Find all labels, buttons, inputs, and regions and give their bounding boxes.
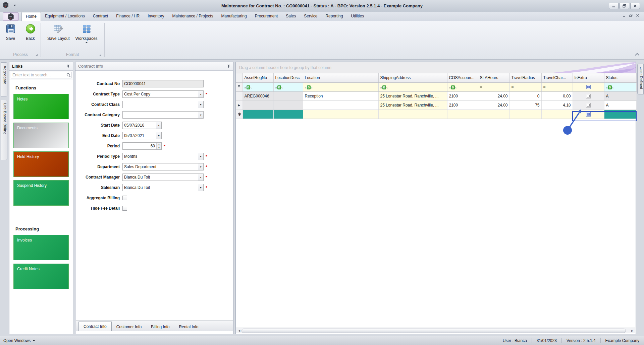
cell-isextra[interactable]: [573, 110, 604, 119]
cell-travelchar[interactable]: [541, 110, 573, 119]
ribbon-tab-manufacturing[interactable]: Manufacturing: [217, 12, 251, 21]
link-button-hold-history[interactable]: Hold History: [13, 151, 69, 177]
ribbon-tab-maintenance-projects[interactable]: Maintenance / Projects: [168, 12, 217, 21]
cell-shippingaddress[interactable]: 25 Lonestar Road, Ranchville, ...: [378, 91, 447, 100]
link-button-credit-notes[interactable]: Credit Notes: [13, 264, 69, 289]
cell-shippingaddress[interactable]: 25 Lonestar Road, Ranchville, ...: [378, 100, 447, 110]
column-header-cosaccoun[interactable]: COSAccoun...: [447, 73, 478, 82]
dialog-launcher-icon[interactable]: [99, 54, 101, 56]
form-tab-customer-info[interactable]: Customer Info: [112, 323, 146, 331]
ribbon-tab-procurement[interactable]: Procurement: [251, 12, 282, 21]
combo-arrow-icon[interactable]: ▼: [156, 122, 161, 129]
cell-location[interactable]: [303, 110, 378, 119]
text-filter-icon[interactable]: aBc: [380, 85, 388, 89]
cell-status[interactable]: A: [604, 91, 636, 100]
link-button-suspend-history[interactable]: Suspend History: [13, 180, 69, 206]
ribbon-tab-home[interactable]: Home: [21, 12, 41, 21]
cell-slahours[interactable]: 24.00: [478, 100, 509, 110]
combo-arrow-icon[interactable]: ▼: [198, 184, 203, 191]
text-filter-icon[interactable]: aBc: [245, 85, 252, 89]
ribbon-tab-service[interactable]: Service: [300, 12, 321, 21]
cell-cosaccoun[interactable]: 2100: [447, 91, 478, 100]
column-header-travelradius[interactable]: TravelRadius: [509, 73, 541, 82]
filter-cell-isextra[interactable]: [573, 82, 604, 91]
dock-tab-life-based-billing[interactable]: Life Based Billing: [1, 100, 7, 160]
filter-cell-locationdesc[interactable]: aBc: [273, 82, 303, 91]
field-end-date[interactable]: 05/07/2021▼: [122, 132, 162, 139]
equals-filter-icon[interactable]: =: [480, 85, 482, 89]
cell-locationdesc[interactable]: [273, 110, 303, 119]
column-header-status[interactable]: Status: [604, 73, 636, 82]
column-header-assetregno[interactable]: AssetRegNo: [243, 73, 273, 82]
column-header-shippingaddress[interactable]: ShippingAddress: [378, 73, 447, 82]
ribbon-tab-equipment-locations[interactable]: Equipment / Locations: [41, 12, 89, 21]
combo-arrow-icon[interactable]: ▼: [198, 112, 203, 118]
link-button-documents[interactable]: Documents: [13, 123, 69, 148]
save-layout-button[interactable]: Save Layout: [48, 23, 69, 41]
combo-arrow-icon[interactable]: ▼: [198, 174, 203, 181]
checkbox-hide-fee-detail[interactable]: [122, 206, 127, 211]
field-period-type[interactable]: Months▼: [122, 153, 204, 160]
workspaces-button[interactable]: Workspaces: [76, 23, 97, 43]
ribbon-tab-inventory[interactable]: Inventory: [144, 12, 168, 21]
collapse-ribbon-icon[interactable]: [635, 53, 639, 57]
field-start-date[interactable]: 05/07/2016▼: [122, 122, 162, 129]
cell-travelradius[interactable]: [509, 110, 541, 119]
field-contract-type[interactable]: Cost Per Copy▼: [122, 90, 204, 98]
form-tab-rental-info[interactable]: Rental Info: [174, 323, 203, 331]
spin-up-icon[interactable]: ▲: [157, 143, 161, 146]
checkbox-filter-icon[interactable]: [586, 85, 591, 89]
filter-cell-assetregno[interactable]: aBc: [243, 82, 273, 91]
cell-shippingaddress[interactable]: [378, 110, 447, 119]
scrollbar-thumb[interactable]: [241, 329, 626, 333]
filter-cell-status[interactable]: aBc: [604, 82, 636, 91]
field-contract-no[interactable]: CO0000041: [122, 80, 204, 87]
cell-slahours[interactable]: [478, 110, 509, 119]
spin-down-icon[interactable]: ▼: [157, 146, 161, 150]
spinner-icon[interactable]: ▲▼: [156, 143, 161, 149]
scroll-left-icon[interactable]: ◀: [237, 329, 241, 332]
text-filter-icon[interactable]: aBc: [449, 85, 457, 89]
text-filter-icon[interactable]: aBc: [305, 85, 313, 89]
mdi-restore-icon[interactable]: [629, 14, 633, 17]
combo-arrow-icon[interactable]: ▼: [198, 163, 203, 170]
cell-location[interactable]: Reception: [303, 91, 378, 100]
filter-cell-slahours[interactable]: =: [478, 82, 509, 91]
dock-tab-user-defined[interactable]: User Defined: [637, 64, 644, 94]
field-department[interactable]: Sales Department▼: [122, 163, 204, 170]
column-header-travelchar[interactable]: TravelChar...: [541, 73, 573, 82]
cell-travelchar[interactable]: 4.18: [541, 100, 573, 110]
isextra-checkbox[interactable]: [586, 94, 591, 98]
cell-travelradius[interactable]: 0: [509, 91, 541, 100]
link-button-invoices[interactable]: Invoices: [13, 235, 69, 260]
ribbon-tab-sales[interactable]: Sales: [282, 12, 300, 21]
pin-icon[interactable]: [227, 64, 230, 68]
cell-isextra[interactable]: [573, 100, 604, 110]
filter-cell-shippingaddress[interactable]: aBc: [378, 82, 447, 91]
equals-filter-icon[interactable]: =: [543, 85, 546, 89]
column-header-location[interactable]: Location: [303, 73, 378, 82]
application-button[interactable]: [3, 12, 19, 21]
mdi-minimize-icon[interactable]: [623, 14, 626, 17]
open-windows-button[interactable]: Open Windows: [0, 336, 103, 345]
save-button[interactable]: Save: [1, 23, 20, 41]
dialog-launcher-icon[interactable]: [35, 54, 38, 56]
field-contract-manager[interactable]: Bianca Du Toit▼: [122, 174, 204, 181]
cell-location[interactable]: [303, 100, 378, 110]
filter-cell-travelradius[interactable]: =: [509, 82, 541, 91]
scroll-right-icon[interactable]: ▶: [630, 329, 635, 332]
horizontal-scrollbar[interactable]: ◀ ▶: [236, 328, 635, 333]
cell-assetregno[interactable]: AREG000046: [243, 91, 273, 100]
equals-filter-icon[interactable]: =: [512, 85, 514, 89]
form-tab-contract-info[interactable]: Contract Info: [78, 322, 112, 331]
isextra-checkbox[interactable]: [586, 112, 591, 117]
column-header-slahours[interactable]: SLAHours: [478, 73, 509, 82]
cell-cosaccoun[interactable]: [447, 110, 478, 119]
combo-arrow-icon[interactable]: ▼: [198, 153, 203, 160]
pin-icon[interactable]: [66, 64, 70, 68]
field-salesman[interactable]: Bianca Du Toit▼: [122, 184, 204, 191]
back-button[interactable]: Back: [20, 23, 40, 41]
cell-slahours[interactable]: 24.00: [478, 91, 509, 100]
filter-cell-travelchar[interactable]: =: [541, 82, 573, 91]
cell-locationdesc[interactable]: [273, 100, 303, 110]
